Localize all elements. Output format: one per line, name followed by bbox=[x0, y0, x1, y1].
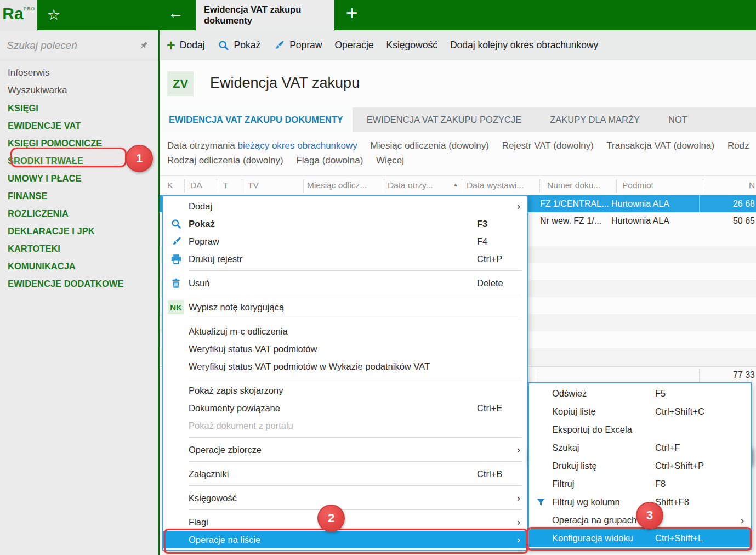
toolbar-accounting-menu[interactable]: Księgowość bbox=[386, 39, 437, 51]
ctx-item-weryfikuj-status[interactable]: Weryfikuj status VAT podmiotów bbox=[163, 340, 527, 358]
ctx-item-pokaz-dokument-portal: Pokaż dokument z portalu bbox=[163, 417, 527, 434]
sidebar-item-ewidencje-vat[interactable]: EWIDENCJE VAT bbox=[0, 117, 158, 134]
column-header-k[interactable]: K bbox=[167, 180, 173, 190]
submenu-arrow-icon: › bbox=[741, 514, 744, 526]
sidebar-item-deklaracje-i-jpk[interactable]: DEKLARACJE I JPK bbox=[0, 222, 158, 240]
brush-icon bbox=[163, 236, 189, 247]
filter-data-otrzymania[interactable]: Data otrzymania bieżący okres obrachunko… bbox=[167, 140, 357, 151]
cell-podmiot: Hurtownia ALA bbox=[611, 212, 669, 229]
menu-separator bbox=[189, 378, 521, 378]
ctx-item-pokaz[interactable]: Pokaż F3 bbox=[163, 215, 527, 233]
tab-zakupy-dla-marzy[interactable]: ZAKUPY DLA MARŻY bbox=[536, 107, 654, 132]
window-tab-active[interactable]: Ewidencja VAT zakupu dokumenty bbox=[196, 0, 334, 30]
tab-ewidencja-vat-zakupu-pozycje[interactable]: EWIDENCJA VAT ZAKUPU POZYCJE bbox=[353, 107, 536, 132]
filter-wiecej[interactable]: Więcej bbox=[376, 155, 404, 166]
sidebar-item-komunikacja[interactable]: KOMUNIKACJA bbox=[0, 257, 158, 275]
column-header-t[interactable]: T bbox=[223, 180, 228, 190]
column-header-netto-clipped[interactable]: N bbox=[749, 180, 755, 190]
submenu-item-odswiez[interactable]: Odśwież F5 bbox=[529, 384, 751, 403]
submenu-item-kopiuj-liste[interactable]: Kopiuj listę Ctrl+Shift+C bbox=[529, 403, 751, 421]
tab-noty[interactable]: NOT bbox=[654, 107, 702, 132]
column-header-data-wystawienia[interactable]: Data wystawi... bbox=[467, 180, 524, 190]
cell-amount: 50 65 bbox=[733, 212, 755, 229]
column-header-data-otrzymania[interactable]: Data otrzy... bbox=[388, 180, 433, 190]
submenu-item-konfiguracja-widoku[interactable]: Konfiguracja widoku Ctrl+Shift+L bbox=[529, 529, 751, 547]
submenu-arrow-icon: › bbox=[517, 534, 520, 546]
sidebar-item-umowy-i-place[interactable]: UMOWY I PŁACE bbox=[0, 169, 158, 187]
column-header-numer-dokumentu[interactable]: Numer doku... bbox=[547, 180, 600, 190]
menu-separator bbox=[189, 461, 521, 462]
ctx-item-popraw[interactable]: Popraw F4 bbox=[163, 233, 527, 250]
menu-separator bbox=[189, 295, 521, 295]
ctx-item-dodaj[interactable]: Dodaj › bbox=[163, 197, 527, 215]
menu-separator bbox=[189, 509, 521, 510]
main-toolbar: + Dodaj Pokaż Popraw Operacje bbox=[160, 30, 756, 60]
filter-rodzaj-clipped[interactable]: Rodz bbox=[727, 140, 749, 151]
filter-transakcja-vat[interactable]: Transakcja VAT (dowolna) bbox=[606, 140, 714, 151]
sort-ascending-icon[interactable]: ▲ bbox=[453, 182, 458, 188]
filter-data-otrzymania-value[interactable]: bieżący okres obrachunkowy bbox=[238, 140, 357, 151]
toolbar-edit-button[interactable]: Popraw bbox=[273, 39, 322, 52]
filter-bar: Data otrzymania bieżący okres obrachunko… bbox=[160, 132, 756, 175]
window-tab-title: Ewidencja VAT zakupu dokumenty bbox=[204, 4, 301, 25]
ctx-item-dokumenty-powiazane[interactable]: Dokumenty powiązane Ctrl+E bbox=[163, 399, 527, 417]
ctx-item-operacje-zbiorcze[interactable]: Operacje zbiorcze › bbox=[163, 441, 527, 458]
page-header: ZV Ewidencja VAT zakupu bbox=[160, 60, 756, 107]
ctx-item-drukuj-rejestr[interactable]: Drukuj rejestr Ctrl+P bbox=[163, 250, 527, 268]
step-badge-1: 1 bbox=[126, 145, 153, 172]
ctx-item-operacje-na-liscie[interactable]: Operacje na liście › bbox=[163, 531, 527, 548]
ctx-item-wypisz-note[interactable]: NK Wypisz notę korygującą bbox=[163, 298, 527, 316]
filter-row-1: Data otrzymania bieżący okres obrachunko… bbox=[167, 138, 756, 153]
cell-numer: FZ 1/CENTRAL... bbox=[540, 195, 609, 212]
sidebar-item-kartoteki[interactable]: KARTOTEKI bbox=[0, 240, 158, 257]
ctx-item-pokaz-zapis[interactable]: Pokaż zapis skojarzony bbox=[163, 382, 527, 399]
filter-rodzaj-odliczenia[interactable]: Rodzaj odliczenia (dowolny) bbox=[167, 155, 283, 166]
pin-icon[interactable] bbox=[138, 40, 149, 51]
step-badge-2: 2 bbox=[317, 505, 345, 532]
sidebar-item-ksiegi[interactable]: KSIĘGI bbox=[0, 99, 158, 117]
menu-separator bbox=[189, 270, 521, 271]
sidebar-item-infoserwis[interactable]: Infoserwis bbox=[0, 64, 158, 82]
toolbar-operations-menu[interactable]: Operacje bbox=[335, 39, 374, 51]
sidebar-item-rozliczenia[interactable]: ROZLICZENIA bbox=[0, 205, 158, 222]
submenu-arrow-icon: › bbox=[517, 200, 520, 212]
sidebar-item-ewidencje-dodatkowe[interactable]: EWIDENCJE DODATKOWE bbox=[0, 275, 158, 292]
submenu-arrow-icon: › bbox=[517, 516, 520, 528]
submenu-item-drukuj-liste[interactable]: Drukuj listę Ctrl+Shift+P bbox=[529, 457, 751, 475]
menu-separator bbox=[189, 485, 521, 486]
app-logo[interactable]: RaPRO bbox=[0, 0, 37, 30]
filter-flaga[interactable]: Flaga (dowolna) bbox=[296, 155, 363, 166]
column-header-podmiot[interactable]: Podmiot bbox=[622, 180, 653, 190]
back-arrow-icon[interactable]: ← bbox=[168, 4, 184, 22]
toolbar-add-button[interactable]: + Dodaj bbox=[167, 39, 205, 51]
filter-miesiac-odliczenia[interactable]: Miesiąc odliczenia (dowolny) bbox=[371, 140, 489, 151]
trash-icon bbox=[163, 278, 189, 289]
view-tabs: EWIDENCJA VAT ZAKUPU DOKUMENTY EWIDENCJA… bbox=[160, 107, 756, 132]
application-window: RaPRO ☆ ← Ewidencja VAT zakupu dokumenty… bbox=[0, 0, 756, 555]
column-header-da[interactable]: DA bbox=[190, 180, 202, 190]
command-search-input[interactable] bbox=[5, 37, 134, 54]
submenu-item-filtruj[interactable]: Filtruj F8 bbox=[529, 475, 751, 493]
sidebar-item-finanse[interactable]: FINANSE bbox=[0, 187, 158, 205]
ctx-item-weryfikuj-status-wykaz[interactable]: Weryfikuj status VAT podmiotów w Wykazie… bbox=[163, 358, 527, 375]
submenu-item-szukaj[interactable]: Szukaj Ctrl+F bbox=[529, 439, 751, 457]
sidebar-item-wyszukiwarka[interactable]: Wyszukiwarka bbox=[0, 82, 158, 99]
new-tab-plus-icon[interactable]: + bbox=[346, 2, 358, 25]
filter-rejestr-vat[interactable]: Rejestr VAT (dowolny) bbox=[502, 140, 594, 151]
module-badge: ZV bbox=[167, 71, 194, 96]
toolbar-show-button[interactable]: Pokaż bbox=[218, 39, 261, 52]
ctx-item-flagi[interactable]: Flagi › bbox=[163, 513, 527, 531]
ctx-item-ksiegowosc[interactable]: Księgowość › bbox=[163, 489, 527, 507]
menu-separator bbox=[189, 437, 521, 438]
ctx-item-aktualizuj-mc[interactable]: Aktualizuj m-c odliczenia bbox=[163, 322, 527, 340]
ctx-item-zalaczniki[interactable]: Załączniki Ctrl+B bbox=[163, 465, 527, 483]
ctx-item-usun[interactable]: Usuń Delete bbox=[163, 274, 527, 292]
column-header-miesiac-odliczenia[interactable]: Miesiąc odlicz... bbox=[307, 180, 367, 190]
nk-badge-icon: NK bbox=[168, 300, 184, 314]
favorites-star-icon[interactable]: ☆ bbox=[47, 6, 60, 24]
cell-podmiot: Hurtownia ALA bbox=[611, 195, 669, 212]
submenu-item-eksportuj-excel[interactable]: Eksportuj do Excela bbox=[529, 421, 751, 439]
toolbar-add-period-button[interactable]: Dodaj kolejny okres obrachunkowy bbox=[450, 39, 598, 51]
tab-ewidencja-vat-zakupu-dokumenty[interactable]: EWIDENCJA VAT ZAKUPU DOKUMENTY bbox=[160, 107, 353, 132]
column-header-tv[interactable]: TV bbox=[248, 180, 259, 190]
